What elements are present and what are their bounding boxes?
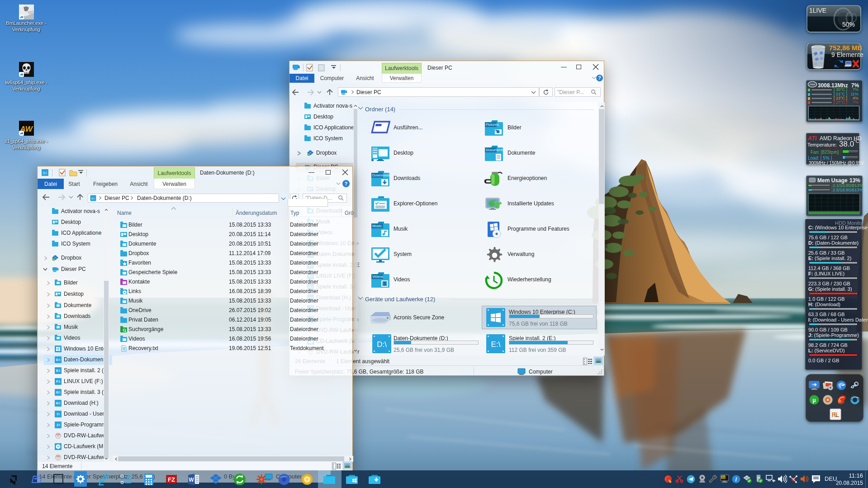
svg-text:Documents: Documents xyxy=(486,148,504,152)
svg-text:µ: µ xyxy=(812,397,816,403)
svg-text:FZ: FZ xyxy=(168,476,175,483)
svg-text:E:\: E:\ xyxy=(491,340,501,349)
svg-text:intel: intel xyxy=(810,83,816,86)
svg-text:W: W xyxy=(189,477,194,483)
svg-text:Music: Music xyxy=(372,224,382,228)
svg-text:DVD: DVD xyxy=(56,455,60,457)
svg-text:99: 99 xyxy=(721,476,725,479)
svg-text:D:\: D:\ xyxy=(43,171,47,175)
svg-text:L: L xyxy=(834,411,838,418)
svg-text:Downloads: Downloads xyxy=(372,173,390,177)
svg-text:Videos: Videos xyxy=(372,275,383,279)
svg-text:Pictures: Pictures xyxy=(486,123,499,127)
svg-text:D:\: D:\ xyxy=(377,340,387,349)
svg-text:DVD: DVD xyxy=(56,433,60,436)
svg-text:D:\: D:\ xyxy=(91,197,95,200)
